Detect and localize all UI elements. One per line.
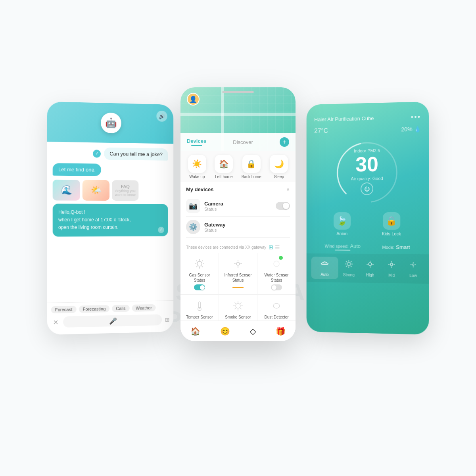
infrared-toggle[interactable] (232, 287, 244, 288)
speed-mid[interactable]: Mid (381, 259, 402, 278)
speed-high-icon (365, 259, 375, 271)
tab-devices[interactable]: Devices (187, 138, 206, 146)
speed-row: Auto Strong (307, 253, 429, 284)
map-header: 👤 Devices Discover + (180, 87, 296, 151)
scene-left-home[interactable]: 🏠 Left home (215, 155, 233, 179)
camera-icon: 📷 (186, 199, 200, 213)
media-thumb-3[interactable]: FAQ Anything youwant to know (112, 180, 138, 201)
view-toggle: ⊞ ☰ (269, 244, 280, 250)
media-thumb-1: 🌊 (53, 180, 80, 201)
chip-forecasting[interactable]: Forecasting (79, 305, 110, 313)
svg-point-0 (197, 261, 202, 266)
bot-bubble: Let me find one. (53, 163, 102, 176)
close-icon[interactable]: ✕ (51, 318, 60, 327)
svg-line-38 (346, 266, 347, 267)
teal-message-text: Hello,Q-bot !when I get home at 17:00 o … (58, 209, 131, 230)
sent-check-icon: ✓ (158, 226, 164, 233)
speed-low[interactable]: Low (402, 260, 424, 278)
nav-home[interactable]: 🏠 (190, 326, 200, 336)
speed-auto-icon (320, 259, 329, 271)
wake-up-label: Wake up (189, 175, 205, 179)
svg-line-37 (351, 261, 352, 263)
wind-speed-control: Wind speed: Auto (325, 243, 361, 250)
speed-strong[interactable]: Strong (338, 259, 359, 277)
user-bubble: Can you tell me a joke? (104, 148, 168, 161)
gauge-center: Indoor PM2.5 30 Air quality: Good ⏻ (351, 148, 383, 197)
svg-line-6 (202, 266, 203, 267)
nav-face[interactable]: 😊 (220, 326, 230, 336)
svg-line-8 (196, 266, 198, 267)
feature-kids-lock[interactable]: 🔒 Kids Lock (382, 212, 401, 236)
water-toggle[interactable] (271, 284, 282, 290)
water-dot (279, 256, 283, 260)
wind-speed-value[interactable]: Auto (350, 243, 361, 249)
grid-icon[interactable]: ⊞ (165, 317, 170, 323)
svg-point-14 (274, 261, 279, 267)
map-avatar: 👤 (187, 93, 200, 106)
device-camera: 📷 Camera Status (186, 196, 290, 217)
power-button[interactable]: ⏻ (361, 182, 373, 195)
scene-wake-up[interactable]: ☀️ Wake up (188, 155, 206, 179)
map-road-h (180, 113, 296, 116)
pm-value: 30 (351, 154, 383, 175)
gas-sensor-name: Gas SensorStatus (189, 273, 210, 283)
svg-point-26 (273, 303, 280, 308)
gas-toggle-knob (200, 285, 205, 290)
feature-anion[interactable]: 🍃 Anion (334, 212, 351, 236)
chip-calls[interactable]: Calls (112, 305, 129, 312)
back-home-icon: 🔒 (242, 155, 261, 173)
speed-auto-label: Auto (321, 273, 328, 277)
svg-line-22 (235, 303, 236, 304)
mode-value[interactable]: Smart (396, 244, 410, 250)
svg-point-17 (236, 303, 240, 308)
svg-point-9 (236, 262, 240, 265)
svg-point-49 (413, 264, 414, 265)
nav-gift[interactable]: 🎁 (276, 326, 286, 336)
gateway-icon: ⚙️ (186, 220, 200, 234)
right-phone: Haier Air Purification Cube ••• 27°C 20%… (307, 102, 429, 335)
media-row: 🌊 🌤️ FAQ Anything youwant to know (53, 180, 168, 201)
gateway-note-text: These devices are connected via XX gatew… (186, 245, 266, 250)
tab-discover[interactable]: Discover (233, 139, 253, 145)
add-button[interactable]: + (280, 137, 289, 147)
sleep-label: Sleep (274, 175, 284, 179)
scene-sleep[interactable]: 🌙 Sleep (270, 155, 288, 179)
speed-high-label: High (366, 273, 374, 277)
section-header: My devices ∧ (186, 186, 290, 192)
volume-icon[interactable]: 🔊 (156, 111, 167, 122)
speed-high[interactable]: High (359, 259, 381, 278)
chat-input[interactable]: 🎤 (63, 314, 162, 328)
gateway-name: Gateway (204, 222, 290, 228)
wake-up-icon: ☀️ (188, 155, 206, 173)
chip-weather[interactable]: Weather (132, 304, 155, 312)
anion-icon: 🍃 (334, 212, 351, 230)
device-gateway: ⚙️ Gateway Status (186, 217, 290, 238)
tab-underline (191, 145, 202, 146)
chat-body: ✓ Can you tell me a joke? Let me find on… (47, 142, 173, 303)
svg-rect-29 (321, 263, 328, 265)
infrared-sensor-icon (231, 257, 245, 271)
collapse-icon[interactable]: ∧ (286, 186, 290, 192)
camera-toggle[interactable] (276, 202, 290, 210)
quick-chips: Forecast Forecasting Calls Weather (51, 304, 170, 313)
devices-section: My devices ∧ 📷 Camera Status ⚙️ Gateway (180, 182, 296, 242)
user-message-1: ✓ Can you tell me a joke? (53, 147, 168, 161)
grid-view-button[interactable]: ⊞ (269, 244, 273, 250)
list-view-button[interactable]: ☰ (275, 244, 280, 250)
bot-message-1: Let me find one. (53, 163, 168, 180)
left-home-icon: 🏠 (215, 155, 233, 173)
bottom-nav: 🏠 😊 ◇ 🎁 (180, 321, 296, 341)
svg-point-44 (390, 263, 393, 266)
chip-forecast[interactable]: Forecast (51, 306, 77, 313)
feature-row: 🍃 Anion 🔒 Kids Lock (307, 208, 429, 240)
map-tab-bar: Devices Discover + (180, 133, 296, 151)
more-options-icon[interactable]: ••• (411, 113, 421, 122)
speed-auto[interactable]: Auto (311, 257, 338, 279)
scene-back-home[interactable]: 🔒 Back home (242, 155, 261, 179)
nav-heart[interactable]: ◇ (250, 326, 256, 336)
svg-line-23 (240, 308, 241, 309)
svg-line-7 (202, 261, 203, 262)
svg-line-35 (346, 261, 347, 262)
gas-toggle[interactable] (194, 284, 205, 290)
svg-line-5 (196, 261, 198, 262)
